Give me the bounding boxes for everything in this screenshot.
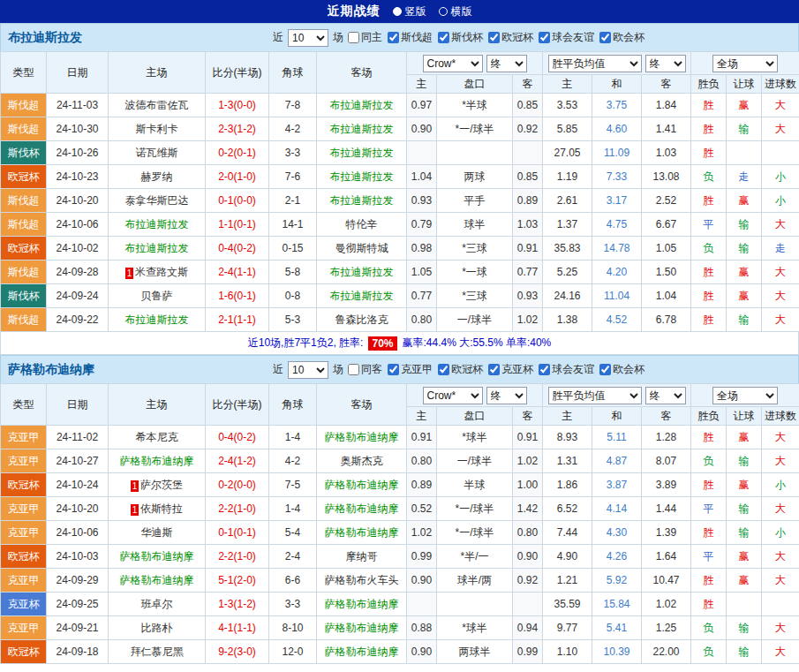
team-name-text[interactable]: 萨格勒布迪纳摩	[120, 455, 194, 467]
team-name-text[interactable]: 萨格勒布迪纳摩	[120, 574, 194, 586]
checkbox-input[interactable]	[438, 32, 449, 43]
filter-checkbox-同客[interactable]: 同客	[348, 362, 382, 377]
home-team-cell: 赫罗纳	[109, 165, 206, 189]
team-name-text[interactable]: 特伦辛	[346, 218, 378, 230]
filter-checkbox-克亚杯[interactable]: 克亚杯	[488, 362, 533, 377]
corner-score: 3-3	[269, 141, 317, 165]
team-name-text[interactable]: 布拉迪斯拉发	[330, 266, 394, 278]
corner-score: 0-8	[269, 284, 317, 308]
team-name-text[interactable]: 米查路文斯	[135, 266, 188, 278]
europe-odds-select[interactable]: 胜平负均值	[548, 55, 642, 72]
odds-company-select[interactable]: Crow*	[423, 387, 483, 404]
team-name-text[interactable]: 萨格勒布迪纳摩	[325, 502, 399, 515]
team-name-text[interactable]: 摩纳哥	[346, 550, 378, 563]
team-name-text[interactable]: 萨尔茨堡	[140, 479, 183, 491]
checkbox-input[interactable]	[388, 364, 399, 375]
team-name-text[interactable]: 泰拿华斯巴达	[125, 194, 189, 207]
team-name-text[interactable]: 布拉迪斯拉发	[330, 170, 394, 183]
radio-selected-icon[interactable]	[393, 7, 402, 16]
team-name[interactable]: 萨格勒布迪纳摩	[8, 362, 273, 378]
team-name-text[interactable]: 萨格勒布迪纳摩	[325, 526, 399, 539]
europe-odds-time-select[interactable]: 终	[645, 387, 686, 404]
team-name-text[interactable]: 萨格勒布迪纳摩	[325, 622, 399, 634]
team-name-text[interactable]: 布拉迪斯拉发	[125, 242, 189, 254]
europe-odds-select[interactable]: 胜平负均值	[548, 387, 642, 404]
checkbox-input[interactable]	[348, 364, 359, 375]
asia-home-odds	[407, 141, 437, 165]
team-name-text[interactable]: 依斯特拉	[140, 502, 183, 515]
league-badge: 克亚甲	[1, 616, 47, 640]
home-team-cell: 1依斯特拉	[109, 497, 206, 521]
team-name-text[interactable]: 萨格勒布迪纳摩	[325, 646, 399, 658]
checkbox-input[interactable]	[539, 32, 550, 43]
team-name-text[interactable]: 萨格勒布迪纳摩	[325, 479, 399, 491]
filter-checkbox-欧冠杯[interactable]: 欧冠杯	[438, 362, 483, 377]
team-name-text[interactable]: 萨格勒布迪纳摩	[325, 431, 399, 443]
filter-checkbox-欧会杯[interactable]: 欧会杯	[599, 362, 644, 377]
team-name-text[interactable]: 鲁森比洛克	[335, 313, 388, 326]
filter-checkbox-斯伐超[interactable]: 斯伐超	[388, 30, 433, 45]
team-name-text[interactable]: 布拉迪斯拉发	[125, 313, 189, 326]
team-name-text[interactable]: 比路朴	[141, 622, 173, 634]
team-name-text[interactable]: 希本尼克	[136, 431, 178, 443]
team-name-text[interactable]: 萨格勒布迪纳摩	[325, 598, 399, 610]
team-name-text[interactable]: 班卓尔	[141, 598, 173, 610]
europe-odds-time-select[interactable]: 终	[645, 55, 686, 72]
filter-checkbox-同主[interactable]: 同主	[348, 30, 382, 45]
checkbox-input[interactable]	[599, 364, 611, 375]
col-type: 类型	[1, 384, 47, 426]
checkbox-input[interactable]	[488, 32, 500, 43]
scope-select[interactable]: 全场	[712, 55, 778, 72]
team-name-text[interactable]: 贝鲁萨	[141, 290, 173, 302]
team-name-text[interactable]: 诺瓦维斯	[136, 147, 178, 159]
asia-home-odds: 0.80	[407, 449, 437, 473]
team-name-text[interactable]: 布拉迪斯拉发	[330, 290, 394, 302]
checkbox-input[interactable]	[438, 364, 449, 375]
match-row: 斯伐超24-10-30斯卡利卡2-3(1-2)4-2布拉迪斯拉发0.90*一/球…	[1, 117, 799, 141]
team-name-text[interactable]: 赫罗纳	[141, 170, 173, 183]
match-row: 斯伐杯24-09-24贝鲁萨1-6(0-1)0-8布拉迪斯拉发0.77*三球0.…	[1, 284, 799, 308]
team-name-text[interactable]: 布拉迪斯拉发	[330, 147, 394, 159]
team-name-text[interactable]: 奥斯杰克	[341, 455, 383, 467]
team-name-text[interactable]: 布拉迪斯拉发	[330, 99, 394, 111]
layout-option-vertical[interactable]: 竖版	[393, 4, 426, 19]
match-count-select[interactable]: 10	[288, 29, 328, 47]
asia-away-odds: 1.02	[513, 449, 543, 473]
team-name[interactable]: 布拉迪斯拉发	[8, 30, 273, 46]
col-result: 胜负	[691, 75, 727, 94]
checkbox-input[interactable]	[539, 364, 550, 375]
filter-checkbox-球会友谊[interactable]: 球会友谊	[539, 30, 594, 45]
checkbox-input[interactable]	[348, 32, 359, 43]
layout-option-horizontal[interactable]: 横版	[439, 4, 472, 19]
team-name-text[interactable]: 布拉迪斯拉发	[330, 194, 394, 207]
team-name-text[interactable]: 拜仁慕尼黑	[131, 646, 184, 658]
team-name-text[interactable]: 曼彻斯特城	[335, 242, 388, 254]
league-badge: 斯伐超	[1, 260, 47, 284]
odds-company-select[interactable]: Crow*	[423, 55, 483, 72]
team-name-text[interactable]: 萨格勒布火车头	[325, 574, 399, 586]
handicap-result-cell: 赢	[727, 473, 762, 497]
radio-unselected-icon[interactable]	[439, 7, 448, 16]
red-card-icon: 1	[131, 504, 139, 516]
team-name-text[interactable]: 布拉迪斯拉发	[125, 218, 189, 230]
checkbox-input[interactable]	[488, 364, 500, 375]
team-name-text[interactable]: 布拉迪斯拉发	[330, 123, 394, 135]
filter-checkbox-欧冠杯[interactable]: 欧冠杯	[488, 30, 533, 45]
team-name-text[interactable]: 萨格勒布迪纳摩	[120, 550, 194, 563]
filter-checkbox-克亚甲[interactable]: 克亚甲	[388, 362, 433, 377]
team-name-text[interactable]: 波德布雷佐瓦	[125, 99, 189, 111]
filter-checkbox-斯伐杯[interactable]: 斯伐杯	[438, 30, 483, 45]
goals-result-cell: 大	[762, 213, 799, 237]
corner-score: 7-6	[269, 165, 317, 189]
scope-select[interactable]: 全场	[712, 387, 778, 404]
match-count-select[interactable]: 10	[288, 361, 328, 379]
team-name-text[interactable]: 华迪斯	[141, 526, 173, 539]
asia-odds-time-select[interactable]: 终	[486, 55, 527, 72]
checkbox-input[interactable]	[599, 32, 611, 43]
filter-checkbox-欧会杯[interactable]: 欧会杯	[599, 30, 644, 45]
checkbox-input[interactable]	[388, 32, 399, 43]
asia-odds-time-select[interactable]: 终	[486, 387, 527, 404]
team-name-text[interactable]: 斯卡利卡	[136, 123, 178, 135]
asia-handicap: 两球	[437, 165, 513, 189]
filter-checkbox-球会友谊[interactable]: 球会友谊	[539, 362, 594, 377]
